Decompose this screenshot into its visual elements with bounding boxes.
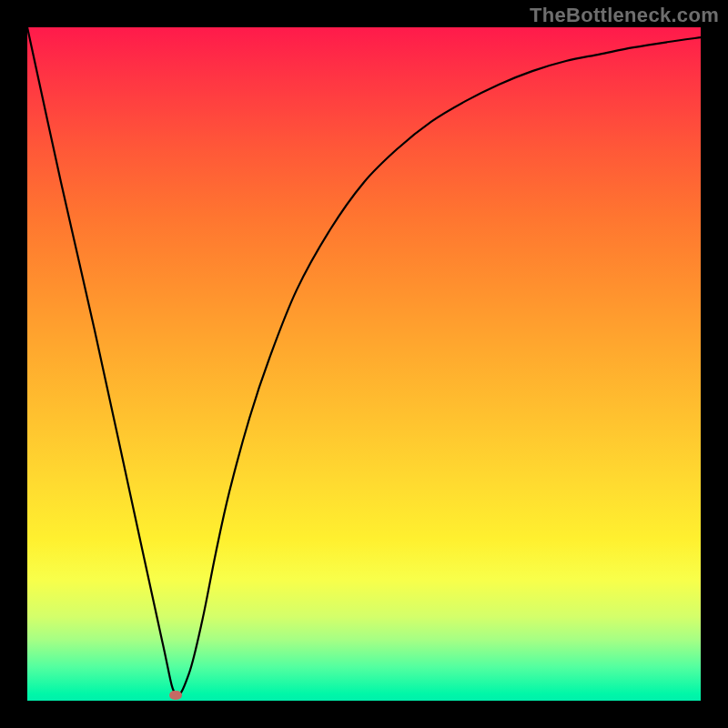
curve-svg (27, 27, 701, 701)
bottleneck-curve-path (27, 27, 701, 695)
plot-area (27, 27, 701, 701)
chart-container: TheBottleneck.com (0, 0, 728, 728)
watermark-text: TheBottleneck.com (530, 4, 719, 27)
optimal-point-marker (169, 691, 182, 700)
